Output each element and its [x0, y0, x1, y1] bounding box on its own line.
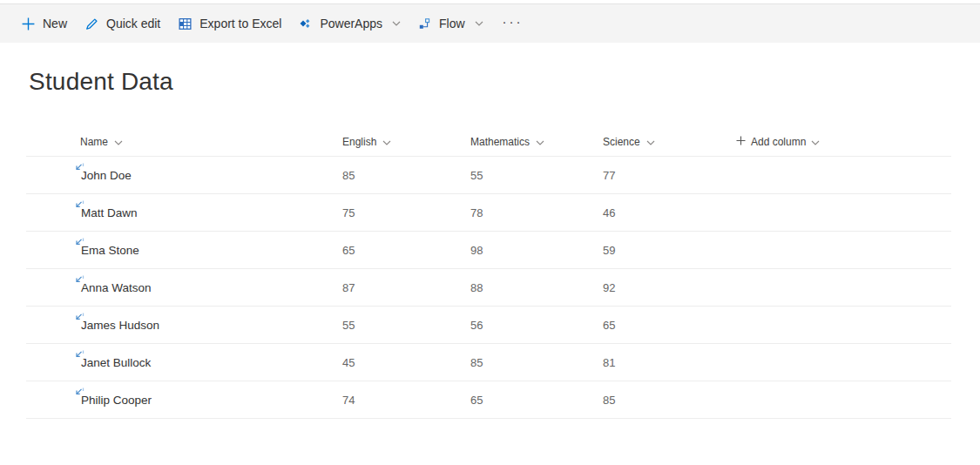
open-item-arrow-icon	[74, 238, 84, 248]
open-item-arrow-icon	[74, 200, 84, 211]
chevron-down-icon	[536, 136, 544, 148]
command-label: PowerApps	[320, 17, 382, 30]
student-name-link[interactable]: Anna Watson	[81, 281, 152, 294]
science-score: 81	[603, 356, 736, 369]
powerapps-icon	[299, 17, 313, 30]
list-rows: John Doe 85 55 77 Matt Dawn 75 78 46 Ema…	[26, 157, 951, 419]
column-header-english-label: English	[342, 136, 376, 148]
english-score: 65	[342, 244, 470, 257]
pencil-icon	[84, 17, 99, 31]
chevron-down-icon	[382, 136, 391, 148]
science-score: 59	[603, 244, 736, 257]
chevron-down-icon	[392, 21, 401, 26]
science-score: 65	[603, 319, 736, 332]
student-name-link[interactable]: John Doe	[81, 169, 132, 182]
plus-icon	[21, 17, 36, 31]
command-quick-edit[interactable]: Quick edit	[76, 4, 169, 44]
column-header-science-label: Science	[603, 136, 640, 148]
mathematics-score: 98	[470, 244, 603, 257]
command-label: Flow	[439, 17, 465, 30]
table-row[interactable]: Philip Cooper 74 65 85	[26, 381, 951, 419]
command-label: Export to Excel	[199, 17, 281, 30]
command-flow[interactable]: Flow	[409, 4, 492, 44]
column-header-english[interactable]: English	[342, 136, 470, 148]
table-row[interactable]: Ema Stone 65 98 59	[26, 232, 951, 269]
name-cell: Philip Cooper	[26, 394, 342, 407]
english-score: 45	[342, 356, 470, 369]
mathematics-score: 85	[470, 356, 603, 369]
open-item-arrow-icon	[74, 313, 84, 323]
chevron-down-icon	[646, 136, 655, 148]
open-item-arrow-icon	[74, 350, 84, 361]
column-header-name[interactable]: Name	[26, 136, 342, 148]
column-header-mathematics[interactable]: Mathematics	[470, 136, 603, 148]
command-new[interactable]: New	[12, 4, 76, 44]
student-name-link[interactable]: Philip Cooper	[81, 394, 152, 407]
english-score: 55	[342, 319, 470, 332]
column-header-mathematics-label: Mathematics	[470, 136, 530, 148]
command-export-to-excel[interactable]: Export to Excel	[169, 4, 290, 44]
english-score: 74	[342, 394, 470, 407]
mathematics-score: 55	[470, 169, 603, 182]
add-column-label: Add column	[751, 136, 806, 148]
open-item-arrow-icon	[74, 163, 84, 173]
name-cell: John Doe	[26, 169, 342, 182]
student-name-link[interactable]: Janet Bullock	[81, 356, 151, 369]
mathematics-score: 88	[470, 281, 603, 294]
english-score: 75	[342, 206, 470, 219]
science-score: 92	[603, 281, 736, 294]
science-score: 85	[603, 394, 736, 407]
column-header-name-label: Name	[80, 136, 108, 148]
name-cell: Ema Stone	[26, 244, 342, 257]
table-row[interactable]: Anna Watson 87 88 92	[26, 269, 951, 307]
list-header-row: Name English Mathematics Science Add col…	[26, 127, 951, 157]
mathematics-score: 65	[470, 394, 603, 407]
excel-icon	[178, 17, 193, 31]
open-item-arrow-icon	[74, 275, 84, 286]
chevron-down-icon	[811, 136, 820, 148]
table-row[interactable]: Janet Bullock 45 85 81	[26, 344, 951, 381]
student-name-link[interactable]: Ema Stone	[81, 244, 139, 257]
science-score: 46	[603, 206, 736, 219]
table-row[interactable]: James Hudson 55 56 65	[26, 307, 951, 344]
science-score: 77	[603, 169, 736, 182]
command-label: New	[43, 17, 67, 30]
ellipsis-icon: ···	[503, 14, 524, 29]
student-name-link[interactable]: Matt Dawn	[81, 206, 138, 219]
page-title: Student Data	[29, 68, 980, 96]
open-item-arrow-icon	[74, 388, 84, 398]
name-cell: Anna Watson	[26, 281, 342, 294]
command-label: Quick edit	[106, 17, 160, 30]
name-cell: James Hudson	[26, 319, 342, 332]
command-bar: NewQuick editExport to ExcelPowerAppsFlo…	[0, 3, 980, 43]
flow-icon	[418, 17, 432, 30]
command-powerapps[interactable]: PowerApps	[290, 4, 409, 44]
english-score: 87	[342, 281, 470, 294]
plus-icon	[736, 136, 746, 148]
name-cell: Janet Bullock	[26, 356, 342, 369]
mathematics-score: 78	[470, 206, 603, 219]
student-name-link[interactable]: James Hudson	[81, 319, 159, 332]
column-header-science[interactable]: Science	[603, 136, 736, 148]
english-score: 85	[342, 169, 470, 182]
mathematics-score: 56	[470, 319, 603, 332]
name-cell: Matt Dawn	[26, 206, 342, 219]
chevron-down-icon	[114, 136, 123, 148]
add-column-button[interactable]: Add column	[736, 136, 951, 148]
chevron-down-icon	[475, 21, 483, 26]
more-commands-button[interactable]: ···	[492, 4, 534, 44]
student-list: Name English Mathematics Science Add col…	[26, 127, 951, 419]
table-row[interactable]: Matt Dawn 75 78 46	[26, 194, 951, 232]
table-row[interactable]: John Doe 85 55 77	[26, 157, 951, 194]
